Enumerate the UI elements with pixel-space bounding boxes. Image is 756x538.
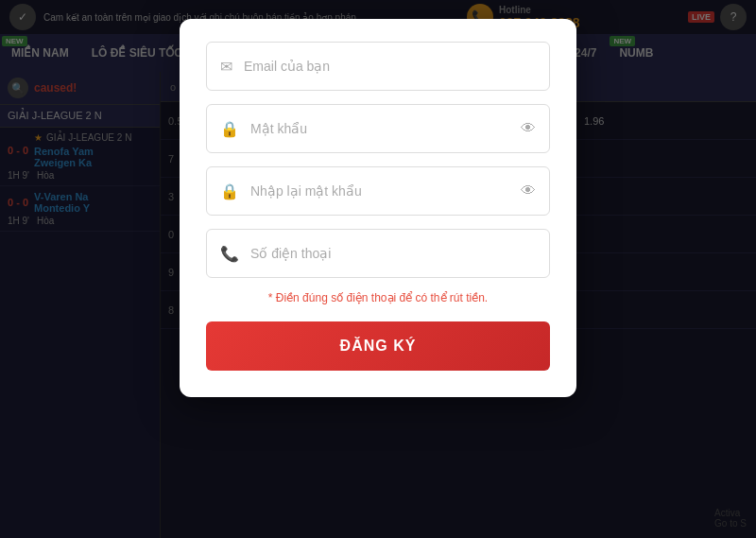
- eye-icon-2[interactable]: 👁: [521, 182, 536, 200]
- register-button[interactable]: ĐĂNG KÝ: [206, 321, 550, 371]
- phone-note: * Điền đúng số điện thoại để có thể rút …: [206, 291, 550, 304]
- lock-icon-2: 🔒: [220, 182, 239, 200]
- lock-icon-1: 🔒: [220, 120, 239, 138]
- confirm-password-field[interactable]: [250, 183, 509, 199]
- phone-field[interactable]: [250, 246, 536, 261]
- phone-input-group[interactable]: 📞: [206, 229, 550, 278]
- email-icon: ✉: [220, 58, 232, 76]
- email-input-group[interactable]: ✉: [206, 42, 550, 91]
- confirm-password-input-group[interactable]: 🔒 👁: [206, 166, 550, 216]
- password-input-group[interactable]: 🔒 👁: [206, 104, 550, 153]
- eye-icon-1[interactable]: 👁: [521, 120, 536, 137]
- password-field[interactable]: [250, 121, 509, 136]
- email-field[interactable]: [244, 59, 536, 74]
- modal-overlay: ✉ 🔒 👁 🔒 👁 📞 * Điền đúng số điện thoại để…: [0, 0, 756, 538]
- register-modal: ✉ 🔒 👁 🔒 👁 📞 * Điền đúng số điện thoại để…: [180, 19, 576, 397]
- phone-input-icon: 📞: [220, 245, 239, 263]
